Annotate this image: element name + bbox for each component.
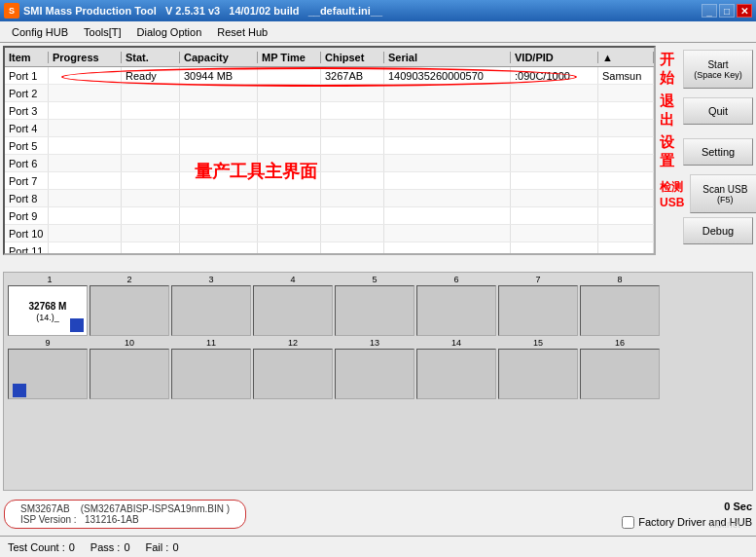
info-section: SM3267AB (SM3267ABISP-ISPSA19nm.BIN ) IS… — [4, 495, 752, 534]
setting-label-cn: 设置 — [660, 133, 677, 170]
cell-progress — [49, 67, 122, 84]
port-num-2: 2 — [90, 275, 169, 284]
statusbar: Test Count : 0 Pass : 0 Fail : 0 — [0, 536, 756, 557]
window-controls: _ □ ✕ — [702, 4, 752, 18]
table-row: Port 11 — [5, 242, 654, 253]
port-num-16: 16 — [580, 338, 660, 348]
col-serial: Serial — [384, 52, 511, 63]
cell-mptime — [258, 67, 321, 84]
debug-button[interactable]: Debug — [683, 217, 753, 244]
port-cell-16 — [580, 349, 660, 399]
cell-extra: Samsun — [598, 67, 654, 84]
port-num-1: 1 — [8, 275, 88, 284]
pass-label: Pass : — [90, 541, 121, 553]
time-display: 0 Sec — [724, 501, 752, 512]
table-header: Item Progress Stat. Capacity MP Time Chi… — [5, 48, 654, 67]
quit-label-cn: 退出 — [660, 93, 677, 130]
chip-info-line2: ISP Version : 131216-1AB — [20, 514, 230, 525]
table-row: Port 8 — [5, 190, 654, 207]
quit-button[interactable]: Quit — [683, 97, 753, 125]
col-mptime: MP Time — [258, 52, 321, 63]
table-row: Port 4 — [5, 120, 654, 137]
fail-label: Fail : — [146, 541, 169, 553]
app-icon: S — [4, 3, 19, 19]
port-num-12: 12 — [253, 338, 333, 348]
cell-capacity: 30944 MB — [180, 67, 258, 84]
port9-indicator — [13, 384, 26, 397]
col-chipset: Chipset — [321, 52, 384, 63]
port-cell-10 — [90, 349, 169, 399]
menu-dialog-option[interactable]: Dialog Option — [129, 24, 210, 40]
table-row: Port 3 — [5, 102, 654, 120]
chip-info-line1: SM3267AB (SM3267ABISP-ISPSA19nm.BIN ) — [20, 503, 230, 514]
port1-indicator — [70, 318, 84, 332]
table-row: Port 6 — [5, 155, 654, 172]
port-cell-1: 32768 M (14.)_ — [8, 285, 88, 336]
test-count-label: Test Count : — [8, 541, 65, 553]
port-cell-7 — [498, 285, 578, 336]
menu-config-hub[interactable]: Config HUB — [4, 24, 76, 40]
port1-size: 32768 M — [29, 300, 67, 313]
col-capacity: Capacity — [180, 52, 258, 63]
port-cells-row1: 32768 M (14.)_ — [6, 285, 750, 336]
port-num-5: 5 — [335, 275, 414, 284]
right-info: 0 Sec Factory Driver and HUB — [622, 501, 752, 529]
table-row: Port 1 Ready 30944 MB 3267AB 14090352600… — [5, 67, 654, 85]
debug-btn-row: Debug — [683, 217, 753, 244]
menu-tools[interactable]: Tools[T] — [76, 24, 129, 40]
menubar: Config HUB Tools[T] Dialog Option Reset … — [0, 21, 756, 43]
table-scrollbar[interactable]: ◄ ► — [5, 253, 654, 255]
port-cell-13 — [335, 349, 414, 399]
fail-value: 0 — [172, 541, 178, 553]
cell-item: Port 1 — [5, 67, 49, 84]
minimize-button[interactable]: _ — [702, 4, 717, 18]
right-buttons-panel: 开始 Start (Space Key) 退出 Quit 设置 Setting — [660, 46, 753, 248]
port-num-10: 10 — [90, 338, 169, 348]
factory-label: Factory Driver and HUB — [638, 516, 752, 528]
close-button[interactable]: ✕ — [737, 4, 752, 18]
port1-num: (14.)_ — [36, 313, 59, 322]
setting-button[interactable]: Setting — [683, 138, 753, 166]
port-grid-section: 1 2 3 4 5 6 7 8 32768 M (14.)_ — [3, 272, 753, 491]
col-progress: Progress — [49, 52, 122, 63]
port-cell-14 — [416, 349, 496, 399]
cell-stat: Ready — [122, 67, 180, 84]
port-num-7: 7 — [498, 275, 578, 284]
pass-value: 0 — [124, 541, 129, 553]
port-num-13: 13 — [335, 338, 414, 348]
port-num-11: 11 — [171, 338, 251, 348]
port-cell-8 — [580, 285, 660, 336]
main-table: Item Progress Stat. Capacity MP Time Chi… — [3, 46, 656, 255]
pass-count: Pass : 0 — [90, 541, 130, 553]
port-numbers-row1: 1 2 3 4 5 6 7 8 — [6, 275, 750, 284]
table-body: Port 1 Ready 30944 MB 3267AB 14090352600… — [5, 67, 654, 253]
factory-checkbox[interactable] — [622, 516, 634, 529]
port-cell-9 — [8, 349, 88, 399]
port-num-8: 8 — [580, 275, 660, 284]
port-num-15: 15 — [498, 338, 578, 348]
port-cell-4 — [253, 285, 333, 336]
col-extra: ▲ — [598, 52, 654, 63]
maximize-button[interactable]: □ — [719, 4, 735, 18]
menu-reset-hub[interactable]: Reset Hub — [209, 24, 275, 40]
table-row: Port 5 — [5, 137, 654, 155]
start-btn-row: 开始 Start (Space Key) — [660, 50, 753, 89]
port-cell-2 — [90, 285, 169, 336]
factory-check-row: Factory Driver and HUB — [622, 516, 752, 529]
table-row: Port 9 — [5, 207, 654, 225]
port-cell-12 — [253, 349, 333, 399]
port-numbers-row2: 9 10 11 12 13 14 15 16 — [6, 338, 750, 348]
port-cell-6 — [416, 285, 496, 336]
test-count-value: 0 — [69, 541, 75, 553]
start-label-cn: 开始 — [660, 51, 677, 88]
port-cell-5 — [335, 285, 414, 336]
scan-btn-row: 检测USB Scan USB (F5) — [660, 174, 753, 213]
setting-btn-row: 设置 Setting — [660, 133, 753, 170]
port-cell-3 — [171, 285, 251, 336]
col-stat: Stat. — [122, 52, 180, 63]
port-cell-15 — [498, 349, 578, 399]
port-num-3: 3 — [171, 275, 251, 284]
start-button[interactable]: Start (Space Key) — [683, 50, 753, 89]
scan-usb-button[interactable]: Scan USB (F5) — [690, 174, 756, 213]
port-cell-11 — [171, 349, 251, 399]
